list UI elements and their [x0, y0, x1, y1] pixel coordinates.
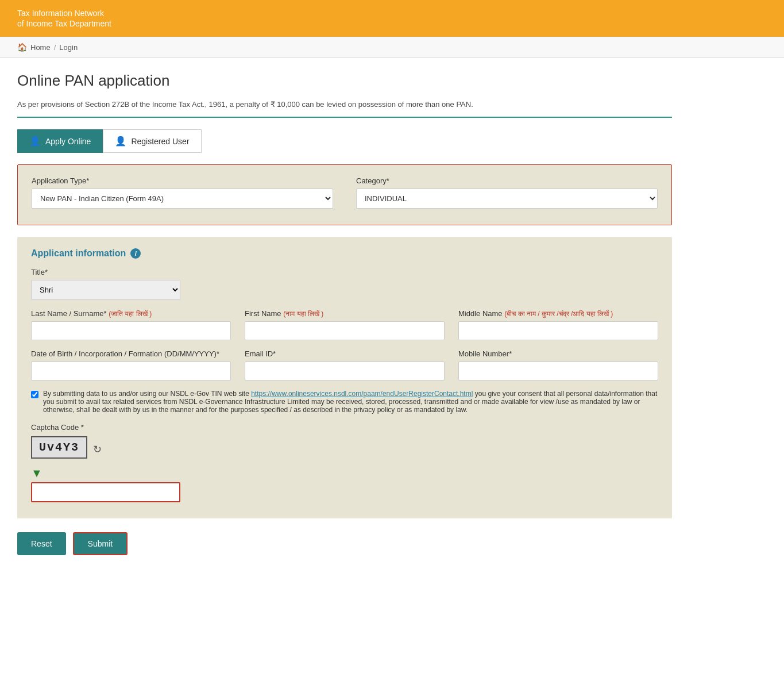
applicant-title-text: Applicant information — [31, 248, 126, 259]
mobile-label: Mobile Number* — [458, 349, 658, 358]
application-type-group: Application Type* New PAN - Indian Citiz… — [32, 176, 333, 209]
applicant-section-title: Applicant information i — [31, 248, 658, 259]
consent-checkbox[interactable] — [31, 391, 38, 398]
last-name-input[interactable] — [31, 321, 231, 340]
apply-online-icon: 👤 — [29, 136, 41, 147]
notice-text: As per provisions of Section 272B of the… — [17, 100, 672, 109]
registered-user-icon: 👤 — [115, 136, 126, 147]
application-type-section: Application Type* New PAN - Indian Citiz… — [17, 164, 672, 225]
last-name-group: Last Name / Surname* (जाति यहा लिखें ) — [31, 309, 231, 340]
home-icon: 🏠 — [17, 43, 27, 52]
email-input[interactable] — [245, 362, 445, 380]
breadcrumb-sep: / — [54, 43, 56, 52]
buttons-row: Reset Submit — [17, 532, 672, 555]
info-icon: i — [130, 248, 141, 259]
middle-name-input[interactable] — [458, 321, 658, 340]
captcha-arrow: ▼ — [31, 467, 658, 480]
consent-text: By submitting data to us and/or using ou… — [43, 390, 658, 414]
refresh-icon[interactable]: ↻ — [93, 443, 102, 456]
application-type-label: Application Type* — [32, 176, 333, 185]
captcha-image: Uv4Y3 — [31, 436, 87, 459]
tabs-container: 👤 Apply Online 👤 Registered User — [17, 129, 672, 153]
main-content: Online PAN application As per provisions… — [0, 58, 689, 569]
title-select[interactable]: Shri Smt. Kumari M/s — [31, 280, 180, 300]
submit-button[interactable]: Submit — [73, 532, 128, 555]
middle-name-group: Middle Name (बीच का नाम / कुमार /चंद्र /… — [458, 309, 658, 340]
middle-name-hindi: (बीच का नाम / कुमार /चंद्र /आदि यहा लिखे… — [504, 310, 613, 318]
header-line1: Tax Information Network — [17, 8, 111, 18]
mobile-group: Mobile Number* — [458, 349, 658, 380]
dob-label: Date of Birth / Incorporation / Formatio… — [31, 349, 231, 358]
captcha-row: Uv4Y3 ↻ — [31, 436, 658, 462]
first-name-group: First Name (नाम यहा लिखें ) — [245, 309, 445, 340]
email-group: Email ID* — [245, 349, 445, 380]
consent-link[interactable]: https://www.onlineservices.nsdl.com/paam… — [251, 390, 473, 398]
dob-email-mobile-row: Date of Birth / Incorporation / Formatio… — [31, 349, 658, 380]
last-name-hindi: (जाति यहा लिखें ) — [109, 310, 152, 318]
middle-name-label: Middle Name (बीच का नाम / कुमार /चंद्र /… — [458, 309, 658, 318]
captcha-input[interactable] — [31, 482, 180, 502]
category-group: Category* INDIVIDUAL HINDU UNDIVIDED FAM… — [356, 176, 658, 209]
header: Tax Information Network of Income Tax De… — [0, 0, 784, 37]
breadcrumb-home[interactable]: Home — [30, 43, 51, 52]
consent-section: By submitting data to us and/or using ou… — [31, 390, 658, 414]
reset-button[interactable]: Reset — [17, 532, 66, 555]
page-title: Online PAN application — [17, 72, 672, 90]
applicant-section: Applicant information i Title* Shri Smt.… — [17, 237, 672, 518]
title-row: Title* Shri Smt. Kumari M/s — [31, 268, 658, 300]
captcha-label: Captcha Code * — [31, 423, 658, 432]
dob-input[interactable] — [31, 362, 231, 380]
breadcrumb-current: Login — [59, 43, 78, 52]
app-type-row: Application Type* New PAN - Indian Citiz… — [32, 176, 658, 209]
application-type-select[interactable]: New PAN - Indian Citizen (Form 49A) New … — [32, 189, 333, 209]
tab-registered-user[interactable]: 👤 Registered User — [103, 129, 201, 153]
divider — [17, 117, 672, 118]
captcha-section: Captcha Code * Uv4Y3 ↻ ▼ — [31, 423, 658, 502]
title-label: Title* — [31, 268, 658, 276]
name-fields-row: Last Name / Surname* (जाति यहा लिखें ) F… — [31, 309, 658, 340]
tab-apply-online[interactable]: 👤 Apply Online — [17, 129, 103, 153]
category-select[interactable]: INDIVIDUAL HINDU UNDIVIDED FAMILY COMPAN… — [356, 189, 658, 209]
tab-registered-user-label: Registered User — [131, 137, 189, 146]
first-name-hindi: (नाम यहा लिखें ) — [283, 310, 323, 318]
email-label: Email ID* — [245, 349, 445, 358]
mobile-input[interactable] — [458, 362, 658, 380]
category-label: Category* — [356, 176, 658, 185]
last-name-label: Last Name / Surname* (जाति यहा लिखें ) — [31, 309, 231, 318]
header-line2: of Income Tax Department — [17, 18, 111, 29]
first-name-label: First Name (नाम यहा लिखें ) — [245, 309, 445, 318]
header-title: Tax Information Network of Income Tax De… — [17, 8, 111, 29]
dob-group: Date of Birth / Incorporation / Formatio… — [31, 349, 231, 380]
tab-apply-online-label: Apply Online — [45, 137, 91, 146]
breadcrumb: 🏠 Home / Login — [0, 37, 784, 58]
first-name-input[interactable] — [245, 321, 445, 340]
